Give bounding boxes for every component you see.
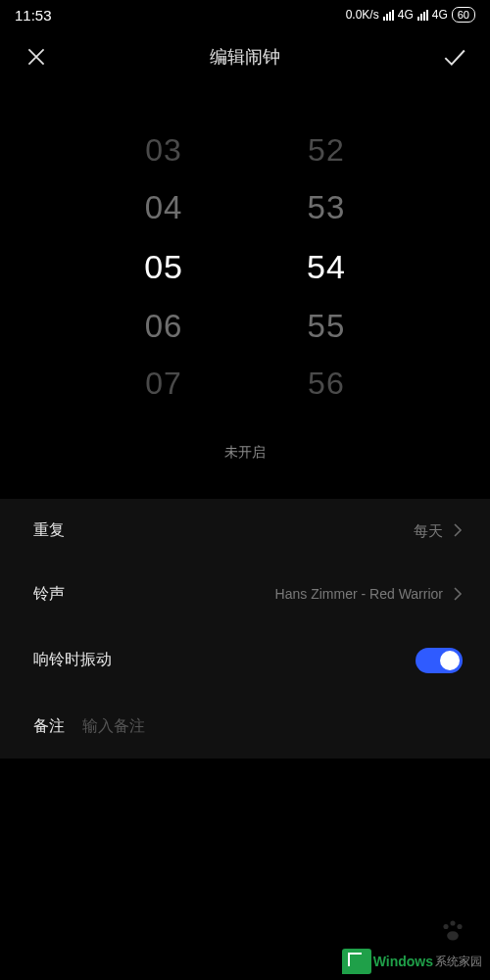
picker-hour[interactable]: 07 [145, 365, 182, 402]
page-title: 编辑闹钟 [210, 45, 280, 69]
status-time: 11:53 [15, 7, 52, 24]
minute-column[interactable]: 52 53 54 55 56 [307, 131, 346, 403]
hour-column[interactable]: 03 04 05 06 07 [144, 131, 183, 403]
alarm-status: 未开启 [0, 444, 490, 462]
picker-minute[interactable]: 55 [308, 307, 346, 346]
status-bar: 11:53 0.0K/s 4G 4G 60 [0, 0, 490, 29]
vibrate-toggle[interactable] [416, 648, 463, 673]
signal-icon-2 [417, 10, 428, 21]
battery-indicator: 60 [452, 7, 475, 23]
picker-minute[interactable]: 56 [308, 365, 345, 402]
vibrate-label: 响铃时振动 [33, 650, 112, 670]
row-vibrate: 响铃时振动 [0, 626, 490, 695]
signal-icon-1 [383, 10, 394, 21]
picker-hour[interactable]: 04 [145, 188, 183, 227]
network-speed: 0.0K/s [346, 8, 379, 22]
repeat-value: 每天 [65, 521, 443, 541]
svg-point-1 [450, 920, 455, 925]
ringtone-label: 铃声 [33, 584, 65, 605]
watermark: Windows 系统家园 [342, 949, 482, 974]
chevron-right-icon [453, 586, 463, 602]
settings-list: 重复 每天 铃声 Hans Zimmer - Red Warrior 响铃时振动… [0, 499, 490, 759]
network-label-2: 4G [432, 8, 448, 22]
chevron-right-icon [453, 522, 463, 538]
network-label-1: 4G [398, 8, 414, 22]
ringtone-value: Hans Zimmer - Red Warrior [65, 585, 443, 603]
time-picker[interactable]: 03 04 05 06 07 52 53 54 55 56 [0, 131, 490, 403]
note-label: 备注 [33, 716, 65, 737]
repeat-label: 重复 [33, 520, 65, 541]
status-right: 0.0K/s 4G 4G 60 [346, 7, 475, 23]
check-icon[interactable] [441, 44, 466, 70]
svg-point-3 [447, 931, 459, 940]
picker-hour-selected[interactable]: 05 [144, 247, 183, 287]
row-repeat[interactable]: 重复 每天 [0, 499, 490, 563]
picker-hour[interactable]: 03 [145, 131, 182, 169]
row-ringtone[interactable]: 铃声 Hans Zimmer - Red Warrior [0, 563, 490, 626]
toggle-knob [440, 651, 460, 670]
row-note[interactable]: 备注 [0, 695, 490, 759]
svg-point-0 [443, 924, 448, 929]
svg-point-2 [457, 924, 462, 929]
watermark-brand: Windows [373, 954, 433, 969]
watermark-suffix: 系统家园 [435, 954, 482, 970]
picker-minute[interactable]: 53 [308, 188, 346, 227]
picker-minute-selected[interactable]: 54 [307, 247, 346, 287]
nav-bar: 编辑闹钟 [0, 29, 490, 84]
picker-minute[interactable]: 52 [308, 131, 345, 169]
paw-watermark-icon [439, 916, 466, 951]
note-input[interactable] [82, 717, 463, 735]
watermark-logo-icon [342, 949, 371, 974]
picker-hour[interactable]: 06 [145, 307, 183, 346]
close-icon[interactable] [24, 44, 49, 70]
